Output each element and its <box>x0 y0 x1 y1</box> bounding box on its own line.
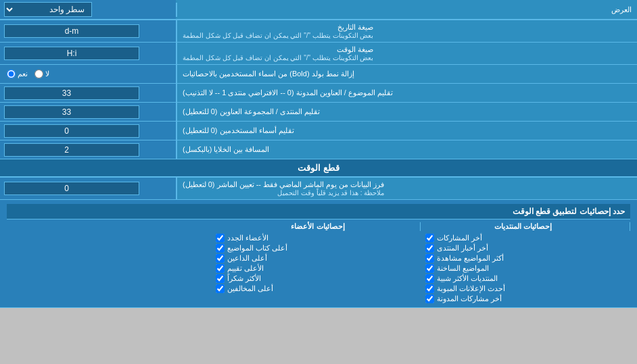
date-format-label: صيغة التاريخ بعض التكوينات يتطلب "/" الت… <box>176 20 637 42</box>
cutoff-section-header: قطع الوقت <box>0 159 637 178</box>
stat-checkbox-c1-2[interactable] <box>425 254 434 263</box>
cutoff-input[interactable] <box>4 182 139 195</box>
cell-spacing-input[interactable] <box>4 143 139 157</box>
stat-item-c1-1: أخر أخبار المنتدى <box>425 244 630 253</box>
stat-item-c1-4: المنتديات الأكثر شبية <box>425 274 630 283</box>
stat-checkbox-c2-4[interactable] <box>216 274 225 283</box>
stats-col3-spacer <box>7 222 212 231</box>
time-format-label: صيغة الوقت بعض التكوينات يتطلب "/" التي … <box>176 43 637 64</box>
stat-item-c2-4: الأكثر شكراً <box>216 274 421 283</box>
bold-yes-radio[interactable] <box>7 70 16 78</box>
topic-order-input[interactable] <box>4 86 139 100</box>
stat-checkbox-c2-5[interactable] <box>216 284 225 293</box>
stats-title-row: حدد إحصائيات لتطبيق قطع الوقت <box>7 204 630 219</box>
stat-item-c2-0: الأعضاء الجدد <box>216 234 421 242</box>
time-format-row: صيغة الوقت بعض التكوينات يتطلب "/" التي … <box>0 43 637 65</box>
stats-col2-header: إحصائيات الأعضاء <box>212 222 421 231</box>
topic-order-label: تقليم الموضوع / العناوين المدونة (0 -- ا… <box>176 84 637 102</box>
top-label: العرض <box>176 3 637 17</box>
stat-checkbox-c2-2[interactable] <box>216 254 225 263</box>
stats-title: حدد إحصائيات لتطبيق قطع الوقت <box>12 207 625 216</box>
display-select[interactable]: سطر واحدسطرينثلاثة أسطر <box>4 2 92 17</box>
forum-order-label: تقليم المنتدى / المجموعة العناوين (0 للت… <box>176 103 637 121</box>
stat-checkbox-c1-6[interactable] <box>425 294 434 303</box>
stat-checkbox-c1-3[interactable] <box>425 264 434 273</box>
bold-yes-label[interactable]: نعم <box>7 70 28 78</box>
stats-items-grid: أخر المشاركات أخر أخبار المنتدى أكثر الم… <box>7 234 630 303</box>
date-format-input-cell <box>0 20 176 42</box>
time-format-input[interactable] <box>4 47 139 60</box>
stats-col1-group: أخر المشاركات أخر أخبار المنتدى أكثر الم… <box>425 234 630 303</box>
top-select-cell: سطر واحدسطرينثلاثة أسطر <box>0 0 176 19</box>
stat-checkbox-c2-3[interactable] <box>216 264 225 273</box>
cell-spacing-input-cell <box>0 140 176 159</box>
bold-remove-label: إزالة نمط بولد (Bold) من اسماء المستخدمي… <box>176 65 637 83</box>
topic-order-input-cell <box>0 84 176 102</box>
top-row: العرض سطر واحدسطرينثلاثة أسطر <box>0 0 637 20</box>
stat-item-c2-5: أعلى المخالفين <box>216 284 421 293</box>
cell-spacing-label: المسافة بين الخلايا (بالبكسل) <box>176 140 637 159</box>
stat-item-c1-5: أحدث الإعلانات المبوبة <box>425 284 630 293</box>
bold-no-radio[interactable] <box>34 70 43 78</box>
main-container: العرض سطر واحدسطرينثلاثة أسطر صيغة التار… <box>0 0 637 308</box>
bold-remove-radio-cell: لا نعم <box>0 65 176 83</box>
topic-order-row: تقليم الموضوع / العناوين المدونة (0 -- ا… <box>0 84 637 103</box>
cutoff-label: فرز البيانات من يوم الماشر الماضي فقط --… <box>176 178 637 199</box>
cutoff-input-cell <box>0 178 176 199</box>
forum-order-input[interactable] <box>4 105 139 119</box>
bold-remove-row: إزالة نمط بولد (Bold) من اسماء المستخدمي… <box>0 65 637 84</box>
time-format-input-cell <box>0 43 176 64</box>
user-order-input-cell <box>0 122 176 140</box>
stat-checkbox-c1-5[interactable] <box>425 284 434 293</box>
stats-col-headers: إحصائيات المنتديات إحصائيات الأعضاء <box>7 222 630 231</box>
stats-col1-header: إحصائيات المنتديات <box>421 222 630 231</box>
stat-item-c2-3: الأعلى تقييم <box>216 264 421 273</box>
stat-item-c1-6: أخر مشاركات المدونة <box>425 294 630 303</box>
cutoff-row: فرز البيانات من يوم الماشر الماضي فقط --… <box>0 178 637 200</box>
bold-no-label[interactable]: لا <box>34 70 49 78</box>
stat-checkbox-c1-4[interactable] <box>425 274 434 283</box>
stat-item-c2-1: أعلى كتاب المواضيع <box>216 244 421 253</box>
stats-col2-group: الأعضاء الجدد أعلى كتاب المواضيع أعلى ال… <box>216 234 421 303</box>
user-order-row: تقليم أسماء المستخدمين (0 للتعطيل) <box>0 122 637 140</box>
user-order-input[interactable] <box>4 124 139 138</box>
stat-checkbox-c1-1[interactable] <box>425 244 434 253</box>
forum-order-row: تقليم المنتدى / المجموعة العناوين (0 للت… <box>0 103 637 122</box>
stat-item-c1-3: المواضيع الساخنة <box>425 264 630 273</box>
stats-col3-group <box>7 234 212 303</box>
stat-item-c1-2: أكثر المواضيع مشاهدة <box>425 254 630 263</box>
forum-order-input-cell <box>0 103 176 121</box>
stat-item-c2-2: أعلى الداعين <box>216 254 421 263</box>
date-format-row: صيغة التاريخ بعض التكوينات يتطلب "/" الت… <box>0 20 637 43</box>
stats-section: حدد إحصائيات لتطبيق قطع الوقت إحصائيات ا… <box>0 200 637 308</box>
stat-checkbox-c2-0[interactable] <box>216 234 225 242</box>
stat-checkbox-c2-1[interactable] <box>216 244 225 253</box>
stat-item-c1-0: أخر المشاركات <box>425 234 630 242</box>
stat-checkbox-c1-0[interactable] <box>425 234 434 242</box>
user-order-label: تقليم أسماء المستخدمين (0 للتعطيل) <box>176 122 637 140</box>
date-format-input[interactable] <box>4 24 139 38</box>
cell-spacing-row: المسافة بين الخلايا (بالبكسل) <box>0 140 637 159</box>
